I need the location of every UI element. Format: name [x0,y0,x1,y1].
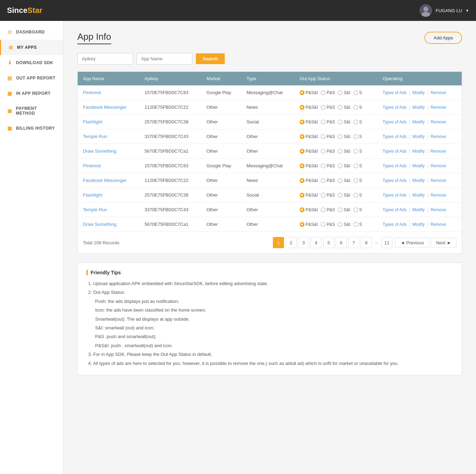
app-name-link[interactable]: Temple Run [83,134,107,139]
radio-item-SI[interactable]: S&I [338,193,350,198]
page-btn-5[interactable]: 5 [323,237,334,248]
op-link-types-of-ads[interactable]: Types of Ads [383,149,407,154]
radio-item-PSI[interactable]: P&S&I [300,178,318,183]
op-link-modify[interactable]: Modify [412,90,424,95]
sidebar-item-in-app-report[interactable]: ▦ IN APP REPORT [0,86,63,101]
radio-item-PS[interactable]: P&S [321,105,335,110]
radio-item-SI[interactable]: S&I [338,178,350,183]
op-link-types-of-ads[interactable]: Types of Ads [383,222,407,227]
radio-item-PS[interactable]: P&S [321,120,335,124]
op-link-modify[interactable]: Modify [412,163,424,168]
page-btn-4[interactable]: 4 [310,237,322,248]
op-link-modify[interactable]: Modify [412,207,424,212]
app-name-link[interactable]: Draw Something [83,222,116,227]
radio-item-PSI[interactable]: P&S&I [300,105,318,110]
radio-item-PS[interactable]: P&S [321,222,335,227]
op-link-remove[interactable]: Remove [430,120,446,124]
op-link-remove[interactable]: Remove [430,222,446,227]
op-link-remove[interactable]: Remove [430,149,446,154]
radio-item-S[interactable]: S [353,222,362,227]
page-btn-7[interactable]: 7 [348,237,359,248]
radio-item-PSI[interactable]: P&S&I [300,90,318,95]
radio-item-SI[interactable]: S&I [338,120,350,124]
sidebar-item-billing-history[interactable]: ▦ BILLING HISTORY [0,121,63,136]
page-btn-2[interactable]: 2 [285,237,297,248]
user-menu[interactable]: FUGANG LU ▼ [420,4,469,17]
radio-item-PSI[interactable]: P&S&I [300,163,318,168]
op-link-types-of-ads[interactable]: Types of Ads [383,207,407,212]
op-link-modify[interactable]: Modify [412,178,424,183]
radio-item-S[interactable]: S [353,105,362,110]
app-name-link[interactable]: Draw Something [83,148,116,154]
radio-item-PSI[interactable]: P&S&I [300,149,318,154]
op-link-modify[interactable]: Modify [412,149,424,154]
op-link-remove[interactable]: Remove [430,105,446,110]
radio-item-PS[interactable]: P&S [321,178,335,183]
radio-item-S[interactable]: S [353,178,362,183]
op-link-modify[interactable]: Modify [412,134,424,139]
radio-item-PSI[interactable]: P&S&I [300,134,318,139]
radio-item-PS[interactable]: P&S [321,193,335,198]
radio-item-S[interactable]: S [353,134,362,139]
radio-item-PS[interactable]: P&S [321,90,335,95]
radio-item-PS[interactable]: P&S [321,149,335,154]
radio-item-SI[interactable]: S&I [338,149,350,154]
op-link-types-of-ads[interactable]: Types of Ads [383,105,407,110]
page-btn-3[interactable]: 3 [298,237,309,248]
op-link-remove[interactable]: Remove [430,163,446,168]
page-btn-11[interactable]: 11 [381,237,392,248]
radio-item-PSI[interactable]: P&S&I [300,207,318,212]
radio-item-PS[interactable]: P&S [321,134,335,139]
radio-item-PSI[interactable]: P&S&I [300,193,318,198]
radio-item-SI[interactable]: S&I [338,105,350,110]
page-btn-8[interactable]: 8 [361,237,372,248]
radio-item-PSI[interactable]: P&S&I [300,120,318,124]
radio-item-S[interactable]: S [353,163,362,168]
add-apps-button[interactable]: Add Apps [424,32,462,44]
op-link-types-of-ads[interactable]: Types of Ads [383,193,407,198]
radio-item-SI[interactable]: S&I [338,134,350,139]
sidebar-item-download-sdk[interactable]: ⬇ DOWNLOAD SDK [0,55,63,70]
app-name-link[interactable]: Flashlight [83,192,102,198]
app-name-link[interactable]: Facebook Messenger [83,105,126,110]
page-btn-6[interactable]: 6 [336,237,347,248]
search-button[interactable]: Search [196,53,225,64]
radio-item-SI[interactable]: S&I [338,207,350,212]
radio-item-SI[interactable]: S&I [338,90,350,95]
op-link-modify[interactable]: Modify [412,105,424,110]
op-link-remove[interactable]: Remove [430,193,446,198]
radio-item-S[interactable]: S [353,207,362,212]
op-link-remove[interactable]: Remove [430,134,446,139]
sidebar-item-out-app-report[interactable]: ▤ OUT APP REPORT [0,70,63,86]
op-link-remove[interactable]: Remove [430,178,446,183]
op-link-types-of-ads[interactable]: Types of Ads [383,134,407,139]
op-link-remove[interactable]: Remove [430,90,446,95]
radio-item-S[interactable]: S [353,120,362,124]
radio-item-PS[interactable]: P&S [321,207,335,212]
sidebar-item-dashboard[interactable]: ⊙ DASHBOARD [0,24,63,40]
op-link-remove[interactable]: Remove [430,207,446,212]
app-name-link[interactable]: Facebook Messenger [83,178,126,183]
radio-item-SI[interactable]: S&I [338,163,350,168]
app-name-link[interactable]: Pinterest [83,90,101,95]
sidebar-item-my-apps[interactable]: ⊞ MY APPS [0,40,63,55]
op-link-types-of-ads[interactable]: Types of Ads [383,178,407,183]
app-name-link[interactable]: Pinterest [83,163,101,168]
radio-item-S[interactable]: S [353,193,362,198]
prev-button[interactable]: ◄ Previous [395,238,429,248]
radio-item-S[interactable]: S [353,149,362,154]
app-name-link[interactable]: Flashlight [83,119,102,124]
op-link-modify[interactable]: Modify [412,193,424,198]
op-link-modify[interactable]: Modify [412,120,424,124]
op-link-types-of-ads[interactable]: Types of Ads [383,90,407,95]
next-button[interactable]: Next ► [431,238,456,248]
appname-input[interactable] [137,53,192,64]
op-link-types-of-ads[interactable]: Types of Ads [383,163,407,168]
sidebar-item-payment-method[interactable]: ▣ PAYMENT METHOD [0,101,63,121]
radio-item-S[interactable]: S [353,90,362,95]
radio-item-PSI[interactable]: P&S&I [300,222,318,227]
app-name-link[interactable]: Temple Run [83,207,107,212]
op-link-modify[interactable]: Modify [412,222,424,227]
page-btn-1[interactable]: 1 [273,237,284,248]
apikey-input[interactable] [77,53,133,64]
